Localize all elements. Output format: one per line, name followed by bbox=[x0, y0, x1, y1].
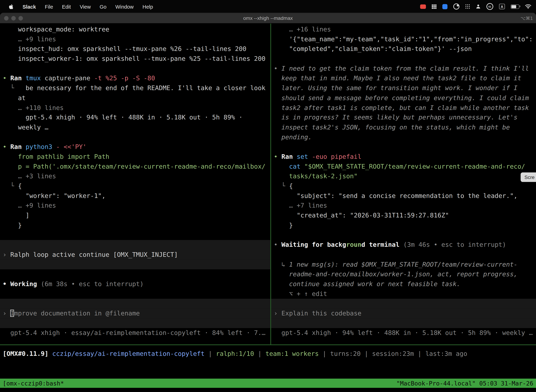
terminal-line: tasks/task-2.json" bbox=[274, 171, 533, 181]
terminal-line: should send a message before completing … bbox=[274, 93, 533, 103]
battery-icon[interactable] bbox=[511, 4, 519, 9]
macos-menu-bar: Slack File Edit View Go Window Help bbox=[0, 0, 536, 13]
dots-grid-icon[interactable] bbox=[465, 4, 470, 9]
composer-line[interactable] bbox=[0, 299, 270, 308]
window-shortcut-hint: ⌥⌘1 bbox=[521, 15, 533, 21]
terminal-line: gpt-5.4 xhigh · 94% left · 488K in · 5.1… bbox=[3, 113, 268, 123]
battery-ring-value: 61 bbox=[488, 5, 491, 8]
input-source-icon[interactable]: A bbox=[499, 4, 505, 9]
terminal-line: later. Using the same for transition mig… bbox=[274, 84, 533, 93]
terminal-line: └ be necessary for the end of the README… bbox=[3, 84, 268, 93]
blue-app-icon[interactable] bbox=[442, 4, 447, 9]
menu-left: Slack File Edit View Go Window Help bbox=[0, 0, 158, 13]
apple-menu-icon[interactable] bbox=[4, 0, 18, 13]
screen: Slack File Edit View Go Window Help bbox=[0, 0, 536, 392]
terminal-window: omx --xhigh --madmax ⌥⌘1 workspace_mode:… bbox=[0, 13, 536, 392]
terminal-line: … +9 lines bbox=[3, 201, 268, 211]
terminal-content: workspace_mode: worktree … +9 lines insp… bbox=[0, 23, 536, 392]
terminal-line: } bbox=[274, 220, 533, 230]
menu-edit[interactable]: Edit bbox=[57, 0, 75, 13]
battery-fill bbox=[511, 5, 516, 8]
terminal-line: from pathlib import Path bbox=[3, 152, 268, 162]
terminal-line: ] bbox=[3, 210, 268, 220]
terminal-line: ⌥ + ↑ edit bbox=[274, 289, 533, 299]
terminal-line: • Waiting for background terminal (3m 46… bbox=[274, 240, 533, 250]
menu-app-name[interactable]: Slack bbox=[18, 0, 40, 13]
terminal-line: keep that in mind. Maybe I also need the… bbox=[274, 74, 533, 84]
grid-icon[interactable] bbox=[432, 4, 436, 9]
screen-record-icon[interactable] bbox=[420, 4, 426, 9]
menu-go[interactable]: Go bbox=[95, 0, 111, 13]
terminal-line bbox=[274, 142, 533, 152]
terminal-line bbox=[274, 250, 533, 260]
composer-line[interactable] bbox=[271, 299, 536, 308]
composer-line[interactable] bbox=[0, 318, 270, 328]
terminal-line: "created_at": "2026-03-31T11:59:27.816Z" bbox=[274, 210, 533, 220]
tmux-host-clock: "MacBook-Pro-44.local" 05:03 31-Mar-26 bbox=[396, 380, 533, 387]
battery-ring-icon[interactable]: 61 bbox=[486, 3, 493, 10]
terminal-line: readme-and-reco/mailbox/worker-1.json, a… bbox=[274, 269, 533, 279]
terminal-line: ↳ 1 new msg(s): read $OMX_TEAM_STATE_ROO… bbox=[274, 260, 533, 269]
menu-window[interactable]: Window bbox=[111, 0, 138, 13]
eclipse-icon[interactable] bbox=[453, 3, 459, 9]
input-source-letter: A bbox=[501, 5, 503, 8]
terminal-line: └ { bbox=[3, 181, 268, 191]
terminal-line: pending. bbox=[274, 132, 533, 142]
composer-line[interactable] bbox=[0, 260, 270, 269]
terminal-line: "worker": "worker-1", bbox=[3, 191, 268, 201]
terminal-line: is in progress? It seems likely but perh… bbox=[274, 113, 533, 123]
screen-tooltip: Scre bbox=[521, 173, 536, 182]
terminal-line: • Ran set -euo pipefail bbox=[274, 152, 533, 162]
terminal-line bbox=[3, 269, 268, 279]
menu-file[interactable]: File bbox=[40, 0, 58, 13]
composer-line[interactable] bbox=[0, 240, 270, 250]
terminal-line: • I need to get the claim token from the… bbox=[274, 64, 533, 74]
minimize-button[interactable] bbox=[11, 16, 16, 20]
terminal-line: … +110 lines bbox=[3, 103, 268, 113]
menu-help[interactable]: Help bbox=[138, 0, 158, 13]
window-controls bbox=[0, 16, 23, 20]
close-button[interactable] bbox=[4, 16, 9, 20]
terminal-line: at bbox=[3, 93, 268, 103]
composer-line[interactable]: › Improve documentation in @filename bbox=[0, 308, 270, 318]
terminal-line bbox=[3, 64, 268, 74]
terminal-line: gpt-5.4 xhigh · 94% left · 488K in · 5.1… bbox=[274, 328, 533, 338]
tmux-status-bar: [omx-cczip0:bash* "MacBook-Pro-44.local"… bbox=[0, 379, 536, 388]
terminal-line: cat "$OMX_TEAM_STATE_ROOT/team/review-cu… bbox=[274, 162, 533, 172]
terminal-pane-right[interactable]: … +16 lines '{"team_name":"my-team","tas… bbox=[271, 23, 536, 344]
terminal-line: … +9 lines bbox=[3, 34, 268, 44]
composer-line[interactable]: › Ralph loop active continue [OMX_TMUX_I… bbox=[0, 250, 270, 260]
terminal-line: p = Path('.omx/state/team/review-current… bbox=[3, 162, 268, 172]
eclipse-dot bbox=[457, 5, 459, 6]
terminal-line: } bbox=[3, 220, 268, 230]
terminal-line: inspect_worker-1: omx sparkshell --tmux-… bbox=[3, 54, 268, 64]
terminal-line: … +16 lines bbox=[274, 25, 533, 34]
terminal-line: inspect_hud: omx sparkshell --tmux-pane … bbox=[3, 44, 268, 54]
composer-line[interactable] bbox=[271, 318, 536, 328]
terminal-line: workspace_mode: worktree bbox=[3, 25, 268, 34]
terminal-line bbox=[274, 54, 533, 64]
window-titlebar[interactable]: omx --xhigh --madmax ⌥⌘1 bbox=[0, 13, 536, 23]
pane-divider-horizontal bbox=[0, 344, 536, 345]
composer-line[interactable]: › Explain this codebase bbox=[271, 308, 536, 318]
menu-status-icons: 61 A bbox=[420, 3, 536, 10]
terminal-line: "completed","claim_token":"claim-token"}… bbox=[274, 44, 533, 54]
terminal-line: gpt-5.4 xhigh · essay/ai-reimplementatio… bbox=[3, 328, 268, 338]
wifi-icon[interactable] bbox=[525, 4, 531, 9]
omx-status-line: [OMX#0.11.9] cczip/essay/ai-reimplementa… bbox=[3, 349, 467, 359]
person-icon[interactable] bbox=[476, 4, 481, 9]
terminal-line: inspect task2's JSON, focusing on the st… bbox=[274, 123, 533, 132]
zoom-button[interactable] bbox=[19, 16, 23, 20]
terminal-line: • Ran python3 - <<'PY' bbox=[3, 142, 268, 152]
terminal-line: … +3 lines bbox=[3, 171, 268, 181]
terminal-line bbox=[274, 230, 533, 240]
terminal-line: • Ran tmux capture-pane -t %25 -p -S -80 bbox=[3, 74, 268, 84]
window-title: omx --xhigh --madmax bbox=[0, 15, 536, 21]
terminal-line bbox=[3, 230, 268, 240]
terminal-pane-left[interactable]: workspace_mode: worktree … +9 lines insp… bbox=[0, 23, 270, 344]
terminal-line: weekly … bbox=[3, 123, 268, 132]
tmux-session-label: [omx-cczip0:bash* bbox=[3, 380, 64, 387]
terminal-line: … +7 lines bbox=[274, 201, 533, 211]
menu-view[interactable]: View bbox=[75, 0, 95, 13]
terminal-line: • Working (6m 38s • esc to interrupt) bbox=[3, 279, 268, 289]
